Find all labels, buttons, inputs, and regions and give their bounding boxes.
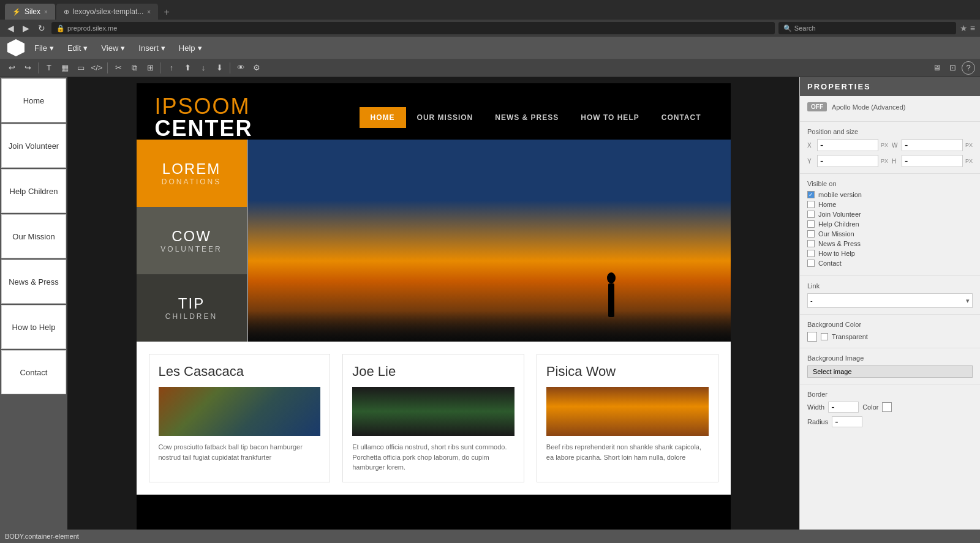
properties-panel: PROPERTIES OFF Apollo Mode (Advanced) Po… — [799, 77, 980, 530]
cut-button[interactable]: ✂ — [111, 61, 125, 75]
canvas-area[interactable]: IPSOOM CENTER HOME OUR MISSION NEWS & PR… — [67, 77, 799, 530]
menu-file[interactable]: File ▾ — [28, 41, 60, 55]
checkbox-how-to-help[interactable] — [807, 250, 815, 257]
visible-on-section: Visible on ✓ mobile version Home Join Vo… — [800, 174, 980, 276]
search-bar[interactable]: 🔍 Search — [778, 22, 956, 34]
hero-btn-tip[interactable]: TIP CHILDREN — [137, 274, 247, 342]
paste-button[interactable]: ⊞ — [143, 61, 157, 75]
x-unit: PX — [881, 142, 888, 148]
toolbar-sep-1 — [38, 62, 39, 73]
x-input[interactable]: - — [817, 139, 878, 151]
settings-button[interactable]: ⚙ — [250, 61, 263, 75]
menu-view[interactable]: View ▾ — [95, 41, 131, 55]
hero-left: LOREM DONATIONS COW VOLUNTEER TIP CHILDR… — [137, 140, 247, 342]
menu-insert[interactable]: Insert ▾ — [132, 41, 172, 55]
copy-button[interactable]: ⧉ — [127, 61, 141, 75]
menu-edit[interactable]: Edit ▾ — [61, 41, 94, 55]
bg-image-section: Background Image Select image — [800, 348, 980, 384]
apollo-toggle[interactable]: OFF — [807, 102, 827, 111]
bookmarks-icon[interactable]: ★ — [960, 23, 968, 33]
move-bottom-button[interactable]: ⬇ — [213, 61, 226, 75]
logo-line1: IPSOOM — [155, 95, 253, 118]
status-text: BODY.container-element — [5, 533, 79, 540]
tab-github[interactable]: ⊕ lexoyo/silex-templat... × — [56, 4, 158, 20]
sidebar-item-news-press[interactable]: News & Press — [1, 260, 66, 304]
code-tool-button[interactable]: </> — [90, 61, 104, 75]
redo-button[interactable]: ↪ — [21, 61, 34, 75]
image-tool-button[interactable]: ▦ — [58, 61, 72, 75]
menu-help[interactable]: Help ▾ — [173, 41, 208, 55]
icon-toolbar: ↩ ↪ T ▦ ▭ </> ✂ ⧉ ⊞ ↑ ⬆ ↓ ⬇ 👁 ⚙ 🖥 ⊡ ? — [0, 59, 980, 77]
sidebar-item-home[interactable]: Home — [1, 78, 66, 122]
sidebar-item-contact[interactable]: Contact — [1, 350, 66, 394]
tab-silex[interactable]: ⚡ Silex × — [5, 4, 55, 20]
checkbox-help-children[interactable] — [807, 220, 815, 228]
checkbox-home[interactable] — [807, 201, 815, 208]
chevron-file: ▾ — [50, 43, 54, 53]
menu-icon[interactable]: ≡ — [970, 23, 975, 33]
hero-btn-cow[interactable]: COW VOLUNTEER — [137, 207, 247, 274]
nav-home[interactable]: HOME — [360, 107, 406, 128]
checkbox-our-mission[interactable] — [807, 230, 815, 238]
bg-color-swatch[interactable] — [807, 332, 817, 342]
tab-close-silex[interactable]: × — [44, 9, 48, 15]
select-image-button[interactable]: Select image — [807, 365, 973, 378]
x-field-row: X - PX — [807, 139, 888, 151]
border-radius-input[interactable]: - — [832, 416, 862, 427]
panel-title: PROPERTIES — [800, 77, 980, 96]
border-width-dash: - — [831, 402, 834, 413]
address-bar[interactable]: 🔒 preprod.silex.me — [51, 22, 775, 34]
h-input[interactable]: - — [902, 155, 963, 167]
nav-contact[interactable]: CONTACT — [650, 107, 712, 128]
y-label: Y — [807, 158, 815, 165]
border-width-input[interactable]: - — [828, 402, 859, 413]
card-2-title: Joe Lie — [352, 364, 514, 380]
check-help-children: Help Children — [807, 220, 973, 228]
move-up-button[interactable]: ↑ — [165, 61, 178, 75]
hero-btn-lorem[interactable]: LOREM DONATIONS — [137, 140, 247, 207]
hero-btn-tip-sub: CHILDREN — [165, 312, 217, 321]
sidebar-item-join-volunteer[interactable]: Join Volunteer — [1, 124, 66, 168]
nav-how-to-help[interactable]: HOW TO HELP — [570, 107, 650, 128]
logo-shape — [7, 39, 24, 56]
card-2-text: Et ullamco officia nostrud, short ribs s… — [352, 442, 514, 473]
box-tool-button[interactable]: ▭ — [74, 61, 88, 75]
hero-section: LOREM DONATIONS COW VOLUNTEER TIP CHILDR… — [137, 140, 731, 342]
sidebar-item-our-mission[interactable]: Our Mission — [1, 214, 66, 258]
undo-button[interactable]: ↩ — [5, 61, 18, 75]
nav-news-press[interactable]: NEWS & PRESS — [484, 107, 570, 128]
y-input[interactable]: - — [817, 155, 878, 167]
link-section: Link - ▾ — [800, 276, 980, 315]
link-select[interactable]: - ▾ — [807, 293, 973, 308]
forward-button[interactable]: ▶ — [20, 22, 32, 34]
text-tool-button[interactable]: T — [42, 61, 56, 75]
apollo-row: OFF Apollo Mode (Advanced) — [807, 102, 973, 111]
preview-button[interactable]: 👁 — [234, 61, 247, 75]
sidebar-item-help-children[interactable]: Help Children — [1, 169, 66, 213]
check-our-mission-label: Our Mission — [818, 230, 854, 238]
cards-section: Les Casacaca Cow prosciutto fatback ball… — [137, 342, 731, 495]
move-top-button[interactable]: ⬆ — [181, 61, 194, 75]
sidebar-item-how-to-help[interactable]: How to Help — [1, 305, 66, 349]
desktop-view-button[interactable]: 🖥 — [930, 61, 943, 75]
help-button[interactable]: ? — [962, 61, 975, 75]
apollo-mode-section: OFF Apollo Mode (Advanced) — [800, 96, 980, 122]
move-down-button[interactable]: ↓ — [197, 61, 210, 75]
border-color-swatch[interactable] — [882, 402, 892, 412]
new-tab-button[interactable]: + — [159, 5, 174, 20]
checkbox-join-volunteer[interactable] — [807, 211, 815, 218]
transparent-checkbox[interactable] — [821, 333, 828, 340]
hero-btn-tip-title: TIP — [178, 295, 205, 312]
nav-our-mission[interactable]: OUR MISSION — [406, 107, 484, 128]
checkbox-contact[interactable] — [807, 260, 815, 267]
checkbox-news-press[interactable] — [807, 240, 815, 247]
tab-close-github[interactable]: × — [147, 9, 151, 15]
card-3-text: Beef ribs reprehenderit non shankle shan… — [546, 442, 709, 462]
back-button[interactable]: ◀ — [5, 22, 17, 34]
card-joe-lie: Joe Lie Et ullamco officia nostrud, shor… — [342, 354, 524, 482]
tablet-view-button[interactable]: ⊡ — [946, 61, 959, 75]
checkbox-mobile[interactable]: ✓ — [807, 191, 815, 198]
check-our-mission: Our Mission — [807, 230, 973, 238]
refresh-button[interactable]: ↻ — [36, 22, 48, 34]
w-input[interactable]: - — [902, 139, 963, 151]
